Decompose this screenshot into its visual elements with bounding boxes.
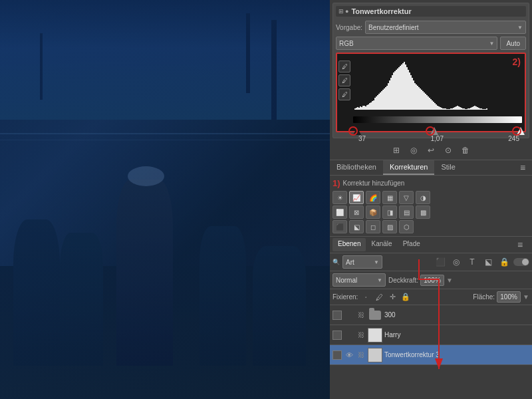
tab-bibliotheken[interactable]: Bibliotheken <box>330 160 383 175</box>
layer-chain-0: ⛓ <box>356 311 366 320</box>
layer-eye-0[interactable] <box>344 310 354 321</box>
layer-name-1: Harry <box>384 331 529 338</box>
deckkraft-arrow[interactable]: ▼ <box>446 277 453 284</box>
selective-color-icon[interactable]: ⬕ <box>349 220 364 233</box>
tonwert-panel: ⊞ ● Tonwertkorrektur Vorgabe: Benutzerde… <box>332 3 529 138</box>
white-slider-handle[interactable] <box>517 127 525 135</box>
folder-icon-0 <box>368 309 382 322</box>
tabs-row: Bibliotheken Korrekturen Stile ≡ <box>330 160 532 176</box>
fix-checkered[interactable]: ⬞ <box>360 292 371 303</box>
blend-mode-arrow: ▼ <box>377 277 382 283</box>
layer-row[interactable]: 👁 ⛓ Harry <box>330 325 532 345</box>
fix-lock[interactable]: 🔒 <box>400 292 411 303</box>
gray-slider-handle[interactable] <box>430 127 438 135</box>
tonwert-header: ⊞ ● Tonwertkorrektur <box>336 6 526 17</box>
flache-arrow[interactable]: ▼ <box>523 293 529 301</box>
correction-row-2: ⬜ ⊠ 📦 ◨ ▤ ▩ <box>332 205 529 219</box>
icon-bar: ⊞ ◎ ↩ ⊙ 🗑 <box>330 141 532 160</box>
fix-brush[interactable]: 🖊 <box>374 292 384 303</box>
black-slider-handle[interactable] <box>353 127 361 135</box>
tab-stile[interactable]: Stile <box>434 160 462 175</box>
layer-visibility-checkbox-0[interactable] <box>332 311 342 320</box>
layer-visibility-checkbox-2[interactable] <box>332 350 342 360</box>
icon-undo[interactable]: ↩ <box>424 144 438 157</box>
sliders-row <box>353 124 525 135</box>
threshold-icon[interactable]: ▩ <box>416 205 430 219</box>
layer-visibility-checkbox-1[interactable] <box>332 331 342 340</box>
shadow-value: 37 <box>358 135 366 142</box>
ebenen-tabs: Ebenen Kanäle Pfade ≡ <box>330 237 532 253</box>
blend-mode-dropdown[interactable]: Normal ▼ <box>332 273 386 287</box>
layer-thumb-1 <box>368 328 382 342</box>
vorgabe-label: Vorgabe: <box>336 24 362 31</box>
tab-kanale[interactable]: Kanäle <box>366 238 397 251</box>
highlight-value: 245 <box>508 135 519 142</box>
channel-dropdown[interactable]: RGB ▼ <box>336 37 497 50</box>
histogram-bars <box>353 57 532 116</box>
flache-value[interactable]: 100% <box>497 291 521 303</box>
layer-icon-5[interactable]: 🔒 <box>497 255 511 269</box>
blend-mode-value: Normal <box>336 277 357 284</box>
channel-row: RGB ▼ Auto <box>336 37 526 50</box>
extra-icon[interactable]: ⬡ <box>399 220 414 233</box>
layer-icon-1[interactable]: ⬛ <box>434 255 447 269</box>
filter-toggle[interactable] <box>513 258 529 266</box>
flache-section: Fläche: 100% ▼ <box>473 291 529 303</box>
icon-eye[interactable]: ◎ <box>407 144 420 157</box>
color-balance-icon[interactable]: ▽ <box>399 191 414 204</box>
vibrance-icon[interactable]: 🌈 <box>366 191 380 204</box>
posterize-icon[interactable]: ▤ <box>399 205 414 219</box>
curves-icon[interactable]: 📈 <box>349 191 364 204</box>
vorgabe-dropdown[interactable]: Benutzerdefiniert ▼ <box>365 21 526 34</box>
layer-eye-2[interactable]: 👁 <box>344 350 354 360</box>
layer-eye-1[interactable]: 👁 <box>344 330 354 340</box>
tab-ebenen[interactable]: Ebenen <box>332 238 366 251</box>
invert-icon[interactable]: ◨ <box>382 205 397 219</box>
icon-target[interactable]: ⊙ <box>442 144 455 157</box>
channel-arrow: ▼ <box>489 41 495 47</box>
vorgabe-row: Vorgabe: Benutzerdefiniert ▼ <box>336 21 526 34</box>
icon-grid[interactable]: ⊞ <box>390 144 403 157</box>
hsl-icon[interactable]: ▦ <box>382 191 397 204</box>
ebenen-panel-menu[interactable]: ≡ <box>513 238 527 251</box>
icon-trash[interactable]: 🗑 <box>459 144 472 157</box>
photo-canvas <box>0 0 330 399</box>
layer-icon-3[interactable]: T <box>466 255 479 269</box>
auto-button[interactable]: Auto <box>500 37 526 50</box>
color-lookup-icon[interactable]: 📦 <box>366 205 380 219</box>
fixieren-row: Fixieren: ⬞ 🖊 ✛ 🔒 Fläche: 100% ▼ <box>330 289 532 305</box>
fixieren-label: Fixieren: <box>332 293 358 301</box>
black-eyedropper[interactable]: 🖊 <box>338 61 350 72</box>
levels-icon[interactable]: ▨ <box>382 220 397 233</box>
photo-filter-icon[interactable]: ⬜ <box>332 205 347 219</box>
deckkraft-value[interactable]: 100% <box>420 275 444 286</box>
histogram-container: 2) 🖊 🖊 🖊 <box>336 53 526 132</box>
vorgabe-arrow: ▼ <box>517 25 523 31</box>
vorgabe-value: Benutzerdefiniert <box>368 24 419 31</box>
layer-icon-2[interactable]: ◎ <box>450 255 463 269</box>
layer-row[interactable]: ⛓ 300 <box>330 305 532 325</box>
gray-eyedropper[interactable]: 🖊 <box>338 74 350 86</box>
layer-chain-1: ⛓ <box>356 331 366 340</box>
channel-mixer-icon[interactable]: ⊠ <box>349 205 364 219</box>
korrektur-title: Korrektur hinzufügen <box>343 180 405 187</box>
layer-row[interactable]: 👁 ⛓ Tonwertkorrektur 3 <box>330 345 532 365</box>
tab-pfade[interactable]: Pfade <box>398 238 426 251</box>
exposure-icon[interactable]: ◻ <box>366 220 380 233</box>
bw-icon[interactable]: ◑ <box>416 191 430 204</box>
layer-chain-2: ⛓ <box>356 350 366 360</box>
tab-korrekturen[interactable]: Korrekturen <box>383 160 434 175</box>
panel-menu-icon[interactable]: ≡ <box>516 161 529 174</box>
fix-move[interactable]: ✛ <box>387 292 398 303</box>
flache-label: Fläche: <box>473 293 495 301</box>
brightness-icon[interactable]: ☀ <box>332 191 347 204</box>
gradient-map-icon[interactable]: ⬛ <box>332 220 347 233</box>
tonwert-title: Tonwertkorrektur <box>351 7 523 15</box>
opacity-row: Deckkraft: 100% ▼ <box>388 275 529 286</box>
right-panel: ⊞ ● Tonwertkorrektur Vorgabe: Benutzerde… <box>330 0 532 399</box>
filter-dropdown[interactable]: Art ▼ <box>342 255 382 269</box>
channel-value: RGB <box>339 40 354 47</box>
filter-arrow: ▼ <box>374 259 379 265</box>
layer-icon-4[interactable]: ⬕ <box>481 255 495 269</box>
white-eyedropper[interactable]: 🖊 <box>338 88 350 100</box>
